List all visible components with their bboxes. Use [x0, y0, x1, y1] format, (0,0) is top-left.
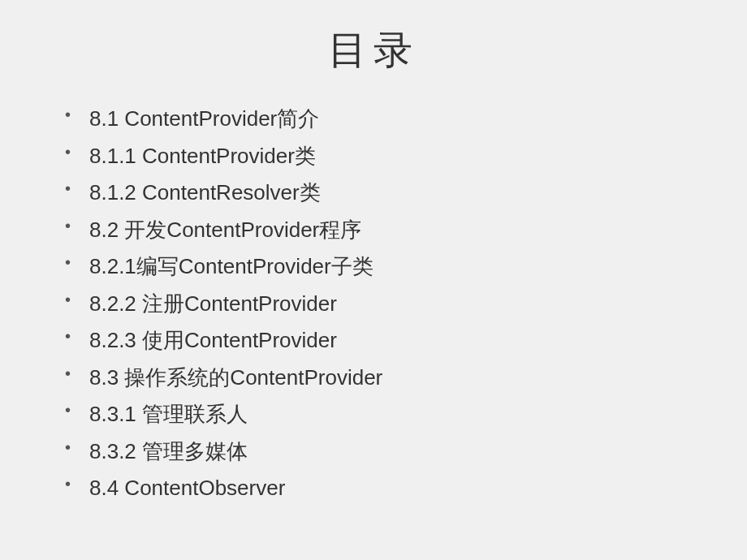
toc-item: 8.2 开发ContentProvider程序: [65, 212, 698, 249]
toc-item: 8.1.2 ContentResolver类: [65, 174, 698, 212]
toc-item: 8.2.1编写ContentProvider子类: [65, 248, 698, 286]
toc-item: 8.3.2 管理多媒体: [65, 433, 698, 471]
toc-item: 8.3 操作系统的ContentProvider: [65, 360, 698, 397]
toc-list: 8.1 ContentProvider简介 8.1.1 ContentProvi…: [49, 101, 698, 507]
toc-item: 8.4 ContentObserver: [65, 470, 698, 507]
toc-item: 8.1.1 ContentProvider类: [65, 138, 698, 175]
page-title: 目录: [49, 24, 698, 76]
toc-item: 8.1 ContentProvider简介: [65, 101, 698, 138]
toc-item: 8.3.1 管理联系人: [65, 396, 698, 433]
toc-item: 8.2.2 注册ContentProvider: [65, 286, 698, 323]
toc-item: 8.2.3 使用ContentProvider: [65, 322, 698, 360]
